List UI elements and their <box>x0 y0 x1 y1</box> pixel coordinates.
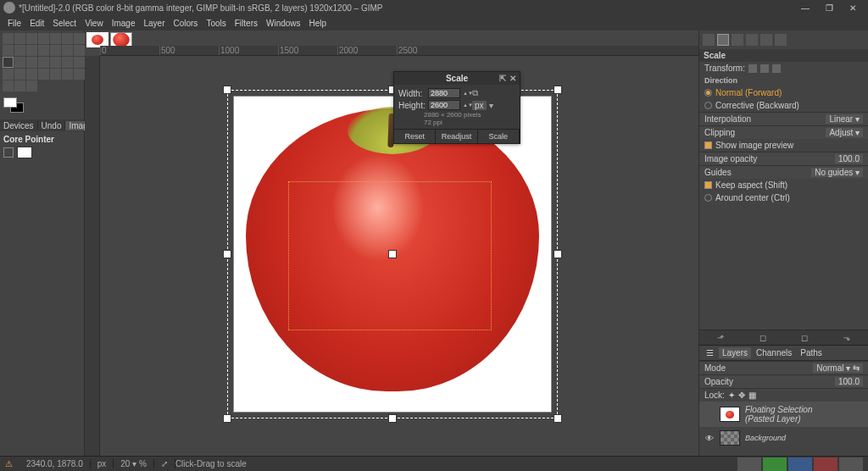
menu-colors[interactable]: Colors <box>169 18 202 29</box>
status-btn-cancel[interactable] <box>814 457 837 471</box>
menu-tools[interactable]: Tools <box>202 18 230 29</box>
nav-next-icon[interactable]: ◻ <box>792 333 817 342</box>
menu-image[interactable]: Image <box>108 18 140 29</box>
interp-dropdown[interactable]: Linear ▾ <box>826 114 863 124</box>
tool-paintbrush[interactable] <box>26 69 37 80</box>
mode-dropdown[interactable]: Normal ▾ ⇆ <box>813 363 863 373</box>
close-button[interactable]: ✕ <box>841 0 865 15</box>
tool-color-select[interactable] <box>62 33 73 44</box>
tool-pencil[interactable] <box>14 69 25 80</box>
tool-cage[interactable] <box>50 57 61 68</box>
transform-selection-icon[interactable] <box>760 64 769 73</box>
ic-1[interactable] <box>703 34 715 46</box>
layer-name[interactable]: Floating Selection(Pasted Layer) <box>745 405 813 424</box>
chevron-down-icon[interactable]: ▾ <box>489 101 493 110</box>
tool-perspective[interactable] <box>26 57 37 68</box>
tool-bucket[interactable] <box>74 57 85 68</box>
menu-file[interactable]: File <box>3 18 25 29</box>
status-btn-ok[interactable] <box>763 457 787 471</box>
tool-fuzzy-select[interactable] <box>50 33 61 44</box>
tab-paths[interactable]: Paths <box>797 347 826 358</box>
tool-move[interactable] <box>3 33 14 44</box>
height-field[interactable] <box>428 100 460 110</box>
menu-select[interactable]: Select <box>48 18 81 29</box>
preview-label[interactable]: Show image preview <box>715 141 793 150</box>
keep-aspect-label[interactable]: Keep aspect (Shift) <box>715 180 787 190</box>
ruler-vertical[interactable] <box>85 56 100 456</box>
layer-item-floating[interactable]: Floating Selection(Pasted Layer) <box>699 402 868 427</box>
menu-windows[interactable]: Windows <box>262 18 305 29</box>
dir-normal-label[interactable]: Normal (Forward) <box>715 88 782 97</box>
tool-foreground[interactable] <box>3 45 14 56</box>
width-field[interactable] <box>428 88 460 98</box>
tool-heal[interactable] <box>3 80 14 91</box>
tool-eraser[interactable] <box>38 69 49 80</box>
nav-prev-icon[interactable]: ◻ <box>750 333 776 342</box>
layer-item-background[interactable]: 👁 Background <box>699 427 868 449</box>
ic-2[interactable] <box>717 34 729 46</box>
handle-bottom-left[interactable] <box>223 414 231 423</box>
unit-dropdown[interactable]: px <box>472 101 487 110</box>
scale-button[interactable]: Scale <box>478 130 520 143</box>
guides-dropdown[interactable]: No guides ▾ <box>811 168 863 177</box>
tool-gradient[interactable] <box>3 69 14 80</box>
layer-opacity-value[interactable]: 100.0 <box>835 377 863 386</box>
handle-top-right[interactable] <box>554 86 562 94</box>
image-opacity-value[interactable]: 100.0 <box>835 154 863 163</box>
menu-edit[interactable]: Edit <box>25 18 48 29</box>
tool-color-picker[interactable] <box>26 45 37 56</box>
tool-measure[interactable] <box>50 45 61 56</box>
handle-bottom-center[interactable] <box>388 414 397 423</box>
menu-help[interactable]: Help <box>305 18 331 29</box>
transform-path-icon[interactable] <box>772 64 781 73</box>
nav-last-icon[interactable]: ⬎ <box>834 333 860 342</box>
maximize-button[interactable]: ❐ <box>817 0 841 15</box>
tool-dodge[interactable] <box>26 80 37 91</box>
readjust-button[interactable]: Readjust <box>436 130 477 143</box>
handle-mid-left[interactable] <box>223 250 231 258</box>
handle-center[interactable] <box>388 250 397 258</box>
fg-swatch[interactable] <box>3 97 17 108</box>
menu-filters[interactable]: Filters <box>231 18 262 29</box>
status-zoom[interactable]: 20 ▾ % <box>114 459 154 468</box>
tool-free-select[interactable] <box>38 33 49 44</box>
check-preview[interactable] <box>704 141 712 149</box>
ruler-horizontal[interactable]: 0 500 1000 1500 2000 2500 <box>100 46 698 56</box>
scale-dialog[interactable]: Scale ⇱ ✕ Width: ▲▼ ⧉ Height: ▲▼ px ▾ <box>393 71 520 144</box>
minimize-button[interactable]: — <box>793 0 817 15</box>
menu-view[interactable]: View <box>81 18 108 29</box>
handle-mid-right[interactable] <box>554 250 562 258</box>
lock-pixels-icon[interactable]: ✦ <box>728 391 735 400</box>
tool-zoom[interactable] <box>38 45 49 56</box>
transform-layer-icon[interactable] <box>748 64 757 73</box>
tool-scissors[interactable] <box>74 33 85 44</box>
dialog-close-icon[interactable]: ✕ <box>509 74 516 83</box>
tool-ellipse-select[interactable] <box>26 33 37 44</box>
reset-button[interactable]: Reset <box>394 130 436 143</box>
tool-paths[interactable] <box>14 45 25 56</box>
tab-undo[interactable]: Undo <box>38 121 66 130</box>
handle-bottom-right[interactable] <box>554 414 562 423</box>
ic-6[interactable] <box>775 34 787 46</box>
tool-crop[interactable] <box>62 45 73 56</box>
around-center-label[interactable]: Around center (Ctrl) <box>715 193 790 202</box>
tool-ink[interactable] <box>62 69 73 80</box>
lock-alpha-icon[interactable]: ▦ <box>748 391 756 400</box>
scale-dialog-title[interactable]: Scale ⇱ ✕ <box>394 72 520 85</box>
tool-airbrush[interactable] <box>50 69 61 80</box>
status-btn-1[interactable] <box>737 457 761 471</box>
menu-layer[interactable]: Layer <box>139 18 169 29</box>
pin-icon[interactable]: ⇱ <box>499 74 506 83</box>
status-unit[interactable]: px <box>91 459 114 468</box>
fg-bg-color[interactable] <box>3 97 27 116</box>
tool-rect-select[interactable] <box>14 33 25 44</box>
ic-5[interactable] <box>760 34 772 46</box>
nav-first-icon[interactable]: ⬏ <box>708 333 733 342</box>
tool-scale[interactable] <box>3 57 14 68</box>
ic-3[interactable] <box>732 34 743 46</box>
radio-corrective[interactable] <box>704 102 712 109</box>
current-swatch[interactable] <box>17 147 32 158</box>
link-icon[interactable]: ⧉ <box>472 88 478 98</box>
visibility-icon[interactable]: 👁 <box>704 434 715 443</box>
tool-shear[interactable] <box>14 57 25 68</box>
